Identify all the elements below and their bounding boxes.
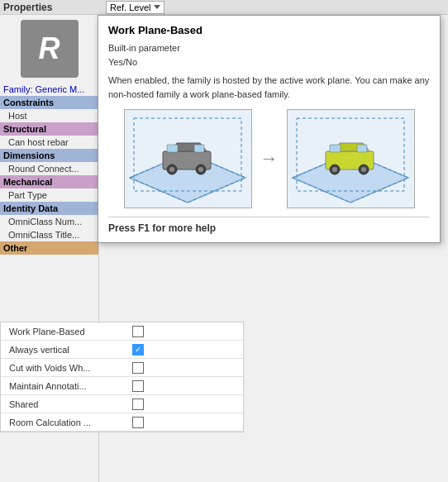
chevron-down-icon (154, 5, 160, 9)
checkbox-work-plane[interactable] (132, 326, 144, 337)
svg-rect-5 (194, 145, 204, 152)
tooltip-images: → (108, 109, 430, 208)
prop-omniclass-num[interactable]: OmniClass Num... (0, 215, 98, 228)
label-room-calc: Room Calculation ... (1, 418, 129, 427)
revit-logo-letter: R (39, 31, 60, 66)
tooltip-line2: Yes/No (108, 55, 430, 69)
section-other[interactable]: Other (0, 241, 98, 255)
value-room-calc[interactable] (129, 417, 243, 428)
checkbox-maintain-annot[interactable] (132, 380, 144, 392)
table-row-work-plane: Work Plane-Based (1, 322, 243, 341)
prop-can-host-rebar[interactable]: Can host rebar (0, 136, 98, 149)
arrow-icon: → (260, 148, 279, 169)
top-bar-left: Properties (0, 2, 99, 13)
tooltip-footer: Press F1 for more help (108, 217, 430, 234)
section-constraints[interactable]: Constraints (0, 96, 98, 109)
svg-point-20 (361, 167, 366, 172)
section-structural[interactable]: Structural (0, 122, 98, 136)
revit-logo: R (21, 20, 79, 78)
table-row-always-vertical: Always vertical (1, 341, 243, 359)
table-row-maintain-annot: Maintain Annotati... (1, 377, 243, 395)
section-dimensions[interactable]: Dimensions (0, 149, 98, 162)
label-work-plane: Work Plane-Based (1, 327, 129, 336)
label-maintain-annot: Maintain Annotati... (1, 381, 129, 391)
section-mechanical[interactable]: Mechanical (0, 175, 98, 189)
svg-rect-4 (167, 145, 178, 152)
checkbox-shared[interactable] (132, 398, 144, 410)
checkbox-cut-voids[interactable] (132, 362, 144, 374)
tooltip-image-after (287, 109, 415, 208)
family-label[interactable]: Family: Generic M... (0, 83, 98, 96)
checkbox-room-calc[interactable] (132, 417, 144, 428)
value-maintain-annot[interactable] (129, 380, 243, 392)
svg-point-7 (169, 167, 174, 172)
label-shared: Shared (1, 399, 129, 409)
tooltip-title: Work Plane-Based (108, 24, 430, 36)
prop-round-connect[interactable]: Round Connect... (0, 162, 98, 175)
tooltip-line1: Built-in parameter (108, 41, 430, 55)
value-shared[interactable] (129, 398, 243, 410)
props-table: Work Plane-Based Always vertical Cut wit… (0, 322, 244, 432)
prop-omniclass-title[interactable]: OmniClass Title... (0, 228, 98, 241)
svg-point-9 (198, 167, 203, 172)
section-identity[interactable]: Identity Data (0, 202, 98, 215)
value-work-plane[interactable] (129, 326, 243, 337)
top-bar: Properties Ref. Level (0, 0, 448, 15)
tooltip-popup: Work Plane-Based Built-in parameter Yes/… (98, 15, 441, 243)
prop-part-type[interactable]: Part Type (0, 189, 98, 202)
svg-point-18 (332, 167, 337, 172)
ref-level-dropdown[interactable]: Ref. Level (106, 1, 164, 14)
value-cut-voids[interactable] (129, 362, 243, 374)
after-illustration (288, 112, 412, 207)
prop-host[interactable]: Host (0, 109, 98, 122)
svg-rect-16 (357, 145, 367, 152)
table-row-cut-voids: Cut with Voids Wh... (1, 359, 243, 377)
label-always-vertical: Always vertical (1, 345, 129, 355)
properties-title: Properties (3, 2, 52, 13)
before-illustration (126, 112, 250, 207)
checkbox-always-vertical[interactable] (132, 344, 144, 356)
value-always-vertical[interactable] (129, 344, 243, 356)
tooltip-image-before (124, 109, 252, 208)
table-row-room-calc: Room Calculation ... (1, 413, 243, 432)
tooltip-body: Built-in parameter Yes/No When enabled, … (108, 41, 430, 101)
svg-rect-15 (330, 145, 341, 152)
ref-level-label: Ref. Level (110, 2, 151, 12)
top-bar-right: Ref. Level (99, 1, 448, 14)
tooltip-description: When enabled, the family is hosted by th… (108, 74, 430, 101)
label-cut-voids: Cut with Voids Wh... (1, 363, 129, 373)
table-row-shared: Shared (1, 395, 243, 413)
